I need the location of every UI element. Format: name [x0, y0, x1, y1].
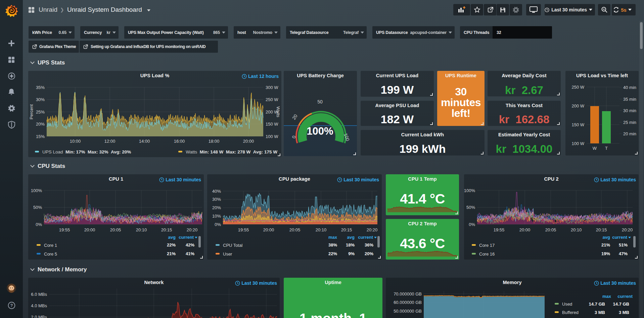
svg-text:18:00: 18:00 — [209, 139, 220, 144]
svg-text:50%: 50% — [33, 205, 42, 210]
svg-text:20%: 20% — [212, 205, 221, 210]
svg-text:40 min: 40 min — [623, 85, 636, 90]
svg-text:0%: 0% — [469, 222, 475, 227]
svg-text:2.0 MBs: 2.0 MBs — [31, 315, 47, 318]
svg-text:20:10: 20:10 — [316, 227, 327, 232]
svg-text:20:00: 20:00 — [263, 227, 274, 232]
svg-text:20:00: 20:00 — [84, 227, 95, 232]
svg-text:?: ? — [10, 303, 13, 308]
svg-text:150 W: 150 W — [571, 122, 584, 127]
svg-text:30 min: 30 min — [623, 108, 636, 113]
svg-text:300 W: 300 W — [266, 85, 278, 90]
svg-text:20:10: 20:10 — [136, 227, 147, 232]
svg-text:20:20: 20:20 — [187, 227, 198, 232]
svg-text:20 min: 20 min — [623, 131, 636, 136]
svg-text:100 W: 100 W — [571, 141, 584, 146]
svg-text:100 W: 100 W — [266, 134, 278, 139]
svg-text:70.000000 GB: 70.000000 GB — [394, 291, 422, 297]
svg-text:19:55: 19:55 — [238, 227, 249, 232]
svg-text:19:55: 19:55 — [59, 227, 70, 232]
svg-text:T: T — [605, 146, 608, 151]
svg-text:20: 20 — [291, 113, 298, 121]
svg-text:4.0 MBs: 4.0 MBs — [31, 303, 47, 308]
svg-text:150 W: 150 W — [266, 122, 278, 127]
svg-text:30%: 30% — [36, 97, 45, 102]
svg-text:100%: 100% — [464, 188, 475, 193]
svg-text:15%: 15% — [36, 134, 45, 139]
svg-text:20%: 20% — [36, 122, 45, 127]
svg-text:20:00: 20:00 — [243, 139, 254, 144]
svg-text:35 min: 35 min — [623, 97, 636, 102]
svg-text:20:00: 20:00 — [519, 227, 531, 232]
svg-text:20:20: 20:20 — [622, 227, 633, 232]
svg-text:250 W: 250 W — [571, 85, 584, 90]
svg-text:20:15: 20:15 — [341, 227, 352, 232]
svg-text:25 min: 25 min — [623, 120, 636, 125]
svg-text:10%: 10% — [212, 214, 221, 219]
svg-text:14:00: 14:00 — [139, 139, 150, 144]
svg-text:50.000000 GB: 50.000000 GB — [394, 309, 422, 314]
svg-text:50%: 50% — [466, 205, 475, 210]
svg-text:20:15: 20:15 — [596, 227, 607, 232]
svg-text:25%: 25% — [36, 109, 45, 115]
svg-text:20:05: 20:05 — [110, 227, 121, 232]
svg-text:100%: 100% — [31, 188, 42, 193]
svg-text:60.000000 GB: 60.000000 GB — [394, 300, 422, 305]
svg-text:16:00: 16:00 — [174, 139, 185, 144]
svg-text:12:00: 12:00 — [104, 139, 116, 144]
svg-text:10:00: 10:00 — [70, 139, 81, 144]
svg-text:200 W: 200 W — [571, 103, 584, 108]
svg-text:0%: 0% — [36, 222, 42, 227]
svg-text:20:20: 20:20 — [367, 227, 378, 232]
svg-text:50: 50 — [317, 99, 323, 104]
svg-text:Watts: Watts — [276, 106, 281, 118]
svg-text:30%: 30% — [212, 197, 221, 202]
svg-text:35%: 35% — [36, 85, 45, 90]
svg-text:250 W: 250 W — [266, 97, 278, 102]
svg-text:W: W — [593, 146, 597, 151]
svg-text:20:05: 20:05 — [545, 227, 556, 232]
svg-text:Percent: Percent — [29, 104, 34, 119]
svg-text:40%: 40% — [212, 189, 221, 194]
svg-text:20:05: 20:05 — [289, 227, 301, 232]
svg-text:19:55: 19:55 — [494, 227, 505, 232]
svg-text:100%: 100% — [307, 125, 333, 137]
svg-text:20:15: 20:15 — [161, 227, 172, 232]
svg-text:0%: 0% — [215, 222, 221, 227]
svg-text:6.0 MBs: 6.0 MBs — [31, 292, 47, 297]
svg-text:20:10: 20:10 — [571, 227, 582, 232]
